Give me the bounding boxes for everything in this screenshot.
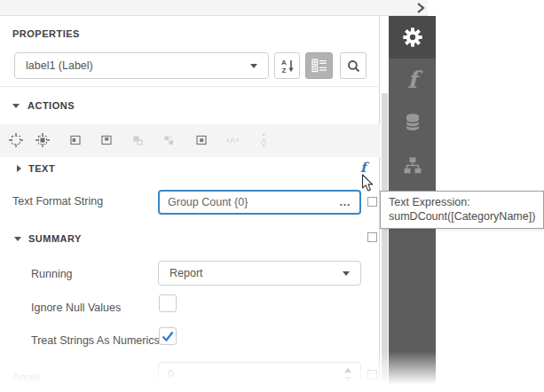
tooltip-line-1: Text Expression: xyxy=(389,195,535,209)
spinner-up-icon[interactable] xyxy=(344,368,351,372)
search-properties-button[interactable] xyxy=(340,52,367,79)
center-vertically-icon: A xyxy=(256,133,271,147)
sort-az-button[interactable]: A Z xyxy=(274,52,300,79)
chevron-down-icon xyxy=(343,271,350,276)
fit-bounds-to-text-icon xyxy=(9,133,23,147)
svg-text:A: A xyxy=(230,136,235,145)
collapse-panel-button[interactable] xyxy=(414,2,428,14)
expression-tooltip: Text Expression: sumDCount([CategoryName… xyxy=(380,191,544,229)
send-to-back-button xyxy=(162,133,176,147)
center-horizontally-icon: A xyxy=(225,133,240,147)
summary-section-header[interactable]: SUMMARY xyxy=(14,233,82,244)
control-selector-dropdown[interactable]: label1 (Label) xyxy=(14,52,269,79)
fit-bounds-to-container-icon xyxy=(35,133,50,147)
mouse-cursor xyxy=(361,174,374,196)
collapse-triangle-icon xyxy=(14,237,21,241)
svg-text:Z: Z xyxy=(281,67,286,74)
collapse-triangle-icon xyxy=(12,104,20,108)
align-left-icon xyxy=(68,133,83,147)
sidebar-item-expressions[interactable]: f xyxy=(389,59,436,101)
bring-to-front-button xyxy=(130,133,145,147)
sidebar-item-field-list[interactable] xyxy=(389,101,436,144)
treat-strings-as-numerics-checkbox[interactable] xyxy=(159,327,177,345)
treat-strings-as-numerics-label: Treat Strings As Numerics xyxy=(31,334,160,347)
angle-value: 0 xyxy=(168,368,344,380)
actions-section-header[interactable]: ACTIONS xyxy=(12,100,75,111)
angle-input[interactable]: 0 xyxy=(158,362,361,387)
checkmark-icon xyxy=(160,328,176,344)
center-horizontally-button: A xyxy=(225,133,240,147)
report-designer-properties-panel: PROPERTIES label1 (Label) A Z xyxy=(0,0,544,392)
align-top-button[interactable] xyxy=(99,133,114,147)
ignore-null-values-label: Ignore Null Values xyxy=(31,302,121,314)
summary-section-checkbox[interactable] xyxy=(367,232,377,242)
text-format-string-checkbox[interactable] xyxy=(367,197,377,207)
search-icon xyxy=(346,59,361,74)
sidebar-item-properties[interactable] xyxy=(389,16,436,59)
center-in-container-icon xyxy=(194,133,209,147)
fit-bounds-to-text-button[interactable] xyxy=(9,133,23,147)
align-left-button[interactable] xyxy=(68,133,83,147)
text-format-string-input[interactable]: Group Count {0} … xyxy=(158,190,361,215)
chevron-right-icon xyxy=(414,2,428,14)
gear-icon xyxy=(402,27,423,48)
hierarchy-icon xyxy=(404,157,422,174)
text-format-string-value: Group Count {0} xyxy=(168,196,339,208)
fit-bounds-to-container-button[interactable] xyxy=(35,133,50,147)
panel-header-strip xyxy=(0,0,428,16)
chevron-down-icon xyxy=(250,64,257,68)
send-to-back-icon xyxy=(162,133,176,147)
align-top-icon xyxy=(99,133,114,147)
arrow-cursor-icon xyxy=(361,174,374,192)
sidebar-item-report-explorer[interactable] xyxy=(389,144,436,186)
property-grid-view-button[interactable] xyxy=(305,52,333,79)
expand-triangle-icon xyxy=(17,165,21,172)
center-in-container-button[interactable] xyxy=(194,133,209,147)
angle-label: Angle xyxy=(12,372,41,384)
running-dropdown[interactable]: Report xyxy=(158,261,361,286)
actions-toolbar: A A xyxy=(0,124,380,157)
control-selector-value: label1 (Label) xyxy=(26,59,250,72)
text-section-label: TEXT xyxy=(28,163,55,174)
database-icon xyxy=(404,112,422,133)
angle-spinner[interactable] xyxy=(344,368,351,381)
angle-checkbox[interactable] xyxy=(367,370,377,380)
property-grid-icon xyxy=(311,59,327,73)
ignore-null-values-checkbox[interactable] xyxy=(159,294,177,312)
panel-title: PROPERTIES xyxy=(12,28,80,39)
panel-scrollbar[interactable] xyxy=(382,93,388,381)
svg-text:A: A xyxy=(261,137,266,145)
bring-to-front-icon xyxy=(130,133,145,147)
actions-section-label: ACTIONS xyxy=(28,100,75,111)
summary-section-label: SUMMARY xyxy=(28,233,82,244)
function-icon: f xyxy=(407,68,417,91)
running-label: Running xyxy=(31,268,73,280)
divider xyxy=(0,86,380,87)
tooltip-line-2: sumDCount([CategoryName]) xyxy=(389,209,535,223)
sort-az-icon: A Z xyxy=(280,58,296,74)
text-format-string-label: Text Format String xyxy=(12,195,103,208)
text-expression-indicator-icon[interactable]: f xyxy=(360,161,366,175)
spinner-down-icon[interactable] xyxy=(344,377,351,381)
text-section-header[interactable]: TEXT xyxy=(17,163,55,174)
properties-panel: PROPERTIES label1 (Label) A Z xyxy=(0,16,380,392)
open-editor-button[interactable]: … xyxy=(339,198,351,207)
running-value: Report xyxy=(170,267,343,279)
center-vertically-button: A xyxy=(256,133,271,147)
